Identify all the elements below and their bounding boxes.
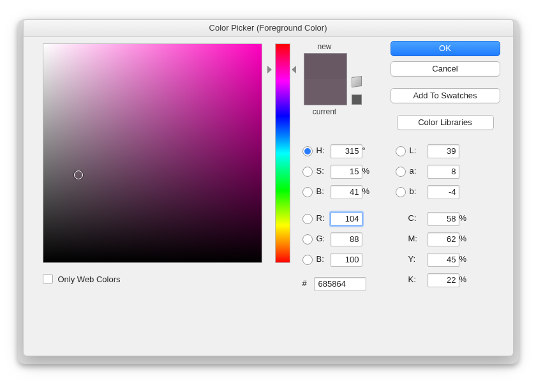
label-h: H: [316, 146, 325, 155]
new-label: new [302, 42, 347, 51]
ok-button[interactable]: OK [391, 41, 500, 56]
unit-b-hsb: % [362, 186, 370, 196]
radio-g[interactable] [302, 234, 313, 245]
input-l[interactable]: 39 [428, 144, 459, 158]
unit-k: % [459, 275, 467, 284]
saturation-brightness-field[interactable] [43, 43, 262, 263]
radio-l[interactable] [396, 146, 406, 156]
input-b-rgb[interactable]: 100 [331, 253, 362, 267]
color-libraries-button[interactable]: Color Libraries [397, 115, 494, 130]
radio-b-rgb[interactable] [302, 255, 313, 265]
label-b-hsb: B: [316, 186, 324, 196]
input-g[interactable]: 88 [331, 232, 362, 246]
input-a[interactable]: 8 [428, 165, 459, 179]
label-y: Y: [408, 254, 416, 264]
checkbox-icon [43, 274, 53, 284]
cube-icon[interactable] [352, 76, 362, 87]
color-picker-dialog: Color Picker (Foreground Color) Only Web… [23, 19, 514, 356]
dialog-title: Color Picker (Foreground Color) [24, 20, 513, 37]
only-web-colors-label: Only Web Colors [58, 275, 121, 284]
input-b-lab[interactable]: -4 [428, 185, 459, 199]
cancel-button[interactable]: Cancel [391, 61, 500, 77]
radio-b-hsb[interactable] [302, 187, 313, 197]
input-s[interactable]: 15 [331, 165, 362, 179]
input-k[interactable]: 22 [428, 273, 459, 287]
input-m[interactable]: 62 [428, 232, 459, 246]
unit-y: % [459, 254, 467, 264]
websafe-swatch-icon[interactable] [352, 94, 362, 105]
label-b-lab: b: [410, 186, 417, 196]
current-label: current [302, 107, 347, 116]
add-to-swatches-button[interactable]: Add To Swatches [391, 88, 500, 103]
only-web-colors-checkbox[interactable]: Only Web Colors [43, 274, 121, 284]
input-c[interactable]: 58 [428, 212, 459, 226]
label-r: R: [316, 213, 325, 223]
input-r[interactable]: 104 [331, 212, 362, 226]
input-y[interactable]: 45 [428, 253, 459, 267]
hue-indicator-right [292, 66, 296, 73]
input-b-hsb[interactable]: 41 [331, 185, 362, 199]
new-color-swatch [304, 54, 346, 79]
unit-s: % [362, 166, 370, 176]
hue-indicator-left [267, 66, 272, 73]
label-b-rgb: B: [316, 254, 324, 264]
color-preview[interactable] [304, 53, 347, 105]
label-l: L: [410, 146, 417, 155]
hex-prefix: # [302, 278, 307, 288]
radio-a[interactable] [396, 167, 406, 177]
label-c: C: [408, 213, 417, 223]
input-hex[interactable]: 685864 [314, 277, 366, 291]
radio-b-lab[interactable] [396, 187, 406, 197]
hue-slider[interactable] [275, 43, 290, 263]
unit-h: ° [362, 146, 366, 155]
unit-m: % [459, 234, 467, 243]
label-g: G: [316, 234, 325, 243]
current-color-swatch [304, 79, 346, 105]
radio-h[interactable] [302, 146, 313, 156]
input-h[interactable]: 315 [331, 144, 362, 158]
radio-s[interactable] [302, 167, 313, 177]
label-m: M: [408, 234, 417, 243]
unit-c: % [459, 213, 467, 223]
color-cursor[interactable] [74, 170, 83, 179]
label-a: a: [410, 166, 417, 176]
radio-r[interactable] [302, 214, 313, 224]
label-s: S: [316, 166, 324, 176]
label-k: K: [408, 275, 416, 284]
